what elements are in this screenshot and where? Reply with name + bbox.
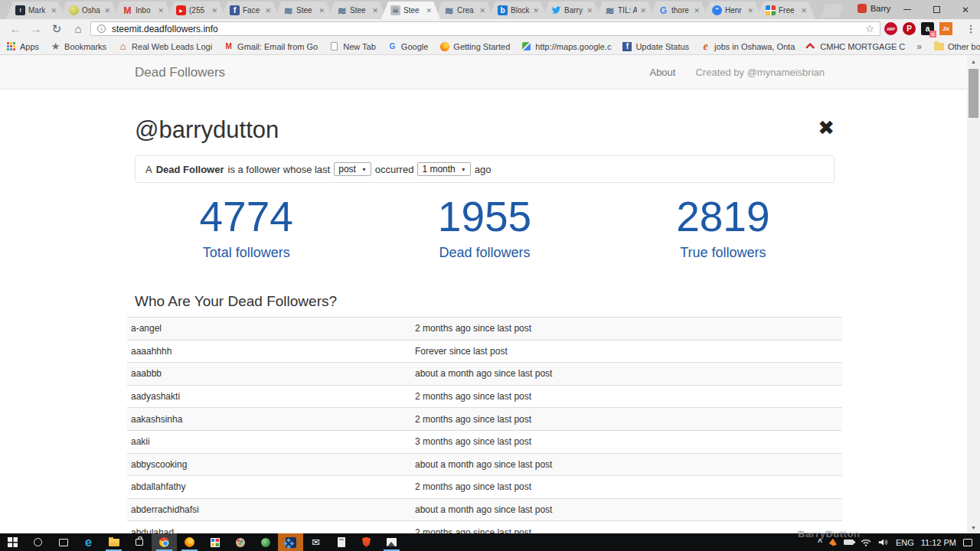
bookmark-item[interactable]: http://maps.google.c <box>521 41 611 51</box>
chrome-button[interactable] <box>152 533 177 551</box>
office-button[interactable] <box>202 533 227 551</box>
close-window-button[interactable]: ✕ <box>951 0 980 19</box>
tab-close-icon[interactable]: ✕ <box>211 7 217 15</box>
back-button[interactable]: ← <box>6 19 24 38</box>
paint-button[interactable] <box>227 533 253 551</box>
task-view-button[interactable] <box>51 533 76 551</box>
bookmark-item[interactable]: ⌂Real Web Leads Logi <box>118 41 212 51</box>
scroll-up-arrow[interactable]: ▲ <box>967 55 980 67</box>
follower-status: 2 months ago since last post <box>415 323 842 334</box>
edge-button[interactable]: e <box>76 533 101 551</box>
follower-name: aadyashakti <box>127 391 415 402</box>
tab-close-icon[interactable]: ✕ <box>479 7 485 15</box>
browser-tab[interactable]: fFace✕ <box>220 2 279 19</box>
nav-link-created-by[interactable]: Created by @mynameisbrian <box>695 67 825 78</box>
action-center-icon[interactable] <box>963 539 972 546</box>
amazon-extension-icon[interactable]: aS <box>921 22 934 35</box>
post-type-select[interactable]: post▼ <box>334 162 371 176</box>
minimize-button[interactable] <box>893 0 922 19</box>
tab-close-icon[interactable]: ✕ <box>586 7 593 15</box>
tab-close-icon[interactable]: ✕ <box>158 7 164 15</box>
browser-tab[interactable]: “Henr✕ <box>703 2 762 19</box>
tab-close-icon[interactable]: ✕ <box>51 7 57 15</box>
reload-button[interactable]: ↻ <box>47 19 66 38</box>
profile-button[interactable]: Barry <box>858 4 890 13</box>
tab-close-icon[interactable]: ✕ <box>265 7 271 15</box>
page-scrollbar[interactable]: ▲ ▼ <box>967 55 980 533</box>
highlighted-app-button[interactable] <box>278 533 303 551</box>
other-bookmarks-button[interactable]: Other bookmarks <box>934 41 980 51</box>
definition-term: Dead Follower <box>156 164 224 175</box>
bookmark-star-icon[interactable]: ☆ <box>865 23 874 34</box>
page-info-icon[interactable]: i <box>97 24 106 33</box>
tab-close-icon[interactable]: ✕ <box>318 7 325 15</box>
battery-icon[interactable] <box>844 540 854 545</box>
new-tab-button[interactable] <box>821 4 844 18</box>
browser-tab[interactable]: MInbo✕ <box>113 2 172 19</box>
bookmark-item[interactable]: MGmail: Email from Go <box>224 41 318 51</box>
tab-close-icon[interactable]: ✕ <box>426 7 432 15</box>
store-button[interactable] <box>126 533 152 551</box>
pinterest-extension-icon[interactable]: P <box>903 22 916 35</box>
tab-close-icon[interactable]: ✕ <box>747 7 753 15</box>
earth-app-button[interactable] <box>253 533 278 551</box>
bookmark-item[interactable]: CMHC MORTGAGE C <box>806 41 905 51</box>
site-brand[interactable]: Dead Followers <box>135 55 225 90</box>
browser-tab[interactable]: ≋Crea✕ <box>435 2 494 19</box>
facebook-icon: f <box>230 5 240 15</box>
browser-tab[interactable]: Osha✕ <box>60 2 119 19</box>
maximize-button[interactable] <box>922 0 951 19</box>
bookmark-item[interactable]: ejobs in Oshawa, Onta <box>701 41 795 51</box>
address-bar[interactable]: i steemit.deadfollowers.info ☆ <box>90 21 880 36</box>
chrome-menu-button[interactable]: ⋮ <box>963 21 978 36</box>
browser-tab[interactable]: ≋Stee✕ <box>328 2 387 19</box>
bookmarks-overflow-button[interactable]: » <box>916 41 922 52</box>
stat-value: 1955 <box>365 196 603 238</box>
tab-close-icon[interactable]: ✕ <box>640 7 646 15</box>
bookmark-item[interactable]: Getting Started <box>439 41 510 51</box>
browser-tab[interactable]: ≋Stee✕ <box>274 2 333 19</box>
gmail-icon: M <box>122 5 132 15</box>
browser-tab[interactable]: ≋TIL: A✕ <box>596 2 655 19</box>
browser-tab[interactable]: ▶(255✕ <box>167 2 226 19</box>
browser-tab[interactable]: Free✕ <box>756 2 815 19</box>
language-indicator[interactable]: ENG <box>896 538 914 547</box>
file-explorer-button[interactable] <box>101 533 126 551</box>
firefox-button[interactable] <box>177 533 202 551</box>
volume-icon[interactable] <box>878 536 889 549</box>
tab-close-icon[interactable]: ✕ <box>533 7 539 15</box>
calculator-button[interactable] <box>328 533 354 551</box>
cortana-button[interactable] <box>25 533 51 551</box>
bookmark-item[interactable]: New Tab <box>329 41 376 51</box>
photos-button[interactable] <box>379 533 404 551</box>
forward-button[interactable]: → <box>27 19 45 38</box>
scroll-down-arrow[interactable]: ▼ <box>967 521 980 533</box>
home-button[interactable]: ⌂ <box>69 19 87 38</box>
tab-close-icon[interactable]: ✕ <box>694 7 700 15</box>
bookmark-item[interactable]: fUpdate Status <box>622 42 689 51</box>
tab-close-icon[interactable]: ✕ <box>104 7 110 15</box>
browser-tab[interactable]: bBlock✕ <box>488 2 547 19</box>
brave-button[interactable] <box>354 533 379 551</box>
apps-shortcut[interactable]: Apps <box>6 41 39 51</box>
bookmark-item[interactable]: GGoogle <box>387 41 428 51</box>
browser-tab[interactable]: fMark✕ <box>6 2 65 19</box>
mail-button[interactable]: ✉ <box>303 533 328 551</box>
bookmark-item[interactable]: ★Bookmarks <box>51 41 106 51</box>
period-select[interactable]: 1 month▼ <box>417 162 470 176</box>
wifi-icon[interactable] <box>861 536 871 549</box>
tab-close-icon[interactable]: ✕ <box>372 7 378 15</box>
nav-link-about[interactable]: About <box>649 67 675 78</box>
browser-tab-active[interactable]: ☠Stee✕ <box>381 2 440 19</box>
browser-tab[interactable]: Barry✕ <box>542 2 601 19</box>
close-results-button[interactable]: ✖ <box>818 118 835 138</box>
browser-tab[interactable]: Gthore✕ <box>649 2 708 19</box>
avast-icon[interactable] <box>829 539 837 546</box>
tab-close-icon[interactable]: ✕ <box>801 7 807 15</box>
adblock-extension-icon[interactable]: ABP <box>884 22 897 35</box>
scrollbar-thumb[interactable] <box>969 69 978 118</box>
grid-favicon <box>766 5 776 15</box>
clock[interactable]: 11:12 PM <box>921 538 956 547</box>
jx-extension-icon[interactable]: Jx <box>939 22 952 35</box>
start-button[interactable] <box>0 533 25 551</box>
